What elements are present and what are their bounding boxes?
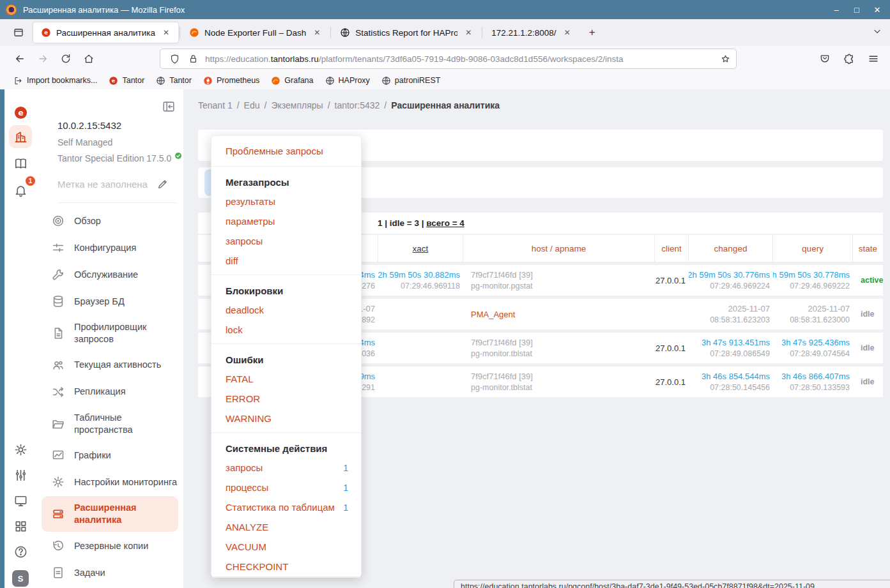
firefox-window: Расширенная аналитика — Mozilla Firefox … (0, 0, 890, 588)
extensions-icon[interactable] (841, 49, 857, 68)
menu-item[interactable]: FATAL (211, 369, 361, 389)
menu-item[interactable]: запросы (211, 231, 361, 251)
column-header-xact[interactable]: xact (378, 235, 463, 262)
rail-item-apps[interactable] (9, 515, 32, 538)
cell-changed: 2025-11-0708:58:31.623203 (689, 299, 773, 329)
bookmark-item[interactable]: Prometheus (199, 74, 264, 87)
column-header-query[interactable]: query (773, 235, 853, 262)
sidebar-item[interactable]: Профилировщик запросов (36, 315, 183, 351)
sidebar-item[interactable]: Обзор (36, 208, 183, 234)
bookmark-item[interactable]: Tantor (151, 74, 196, 87)
rail-item-instances[interactable] (9, 125, 32, 148)
list-all-tabs-button[interactable] (872, 26, 882, 39)
browser-tab[interactable]: eРасширенная аналитика✕ (33, 22, 178, 43)
bookmark-star-icon[interactable] (720, 54, 731, 64)
sidebar-item[interactable]: Расширенная аналитика (42, 496, 178, 532)
rail-item-tantor-home[interactable]: e (9, 101, 32, 124)
column-header-client[interactable]: client (655, 235, 689, 262)
bookmark-item[interactable]: Grafana (266, 74, 318, 87)
bookmark-item[interactable]: Import bookmarks... (9, 74, 102, 87)
menu-item[interactable]: параметры (211, 211, 361, 231)
menu-item[interactable]: deadlock (211, 300, 361, 320)
rail-item-workstation[interactable] (9, 489, 32, 512)
menu-item-label: FATAL (226, 373, 254, 384)
menu-item-label: ERROR (226, 393, 260, 404)
menu-item[interactable]: CHECKPOINT (211, 557, 361, 577)
cell-state: idle (853, 299, 883, 329)
column-header-changed[interactable]: changed (689, 235, 773, 262)
lock-icon[interactable] (188, 54, 199, 64)
url-bar[interactable]: https://education.tantorlabs.ru/platform… (160, 49, 737, 69)
sidebar-item-label: Табличные пространства (74, 412, 178, 436)
sidebar-collapse-button[interactable] (162, 100, 176, 114)
bookmark-item[interactable]: HAProxy (321, 74, 374, 87)
browser-tab[interactable]: 172.21.1.2:8008/✕ (484, 22, 579, 43)
maximize-button[interactable]: □ (849, 3, 864, 17)
forward-button[interactable] (33, 49, 52, 68)
pocket-icon[interactable] (817, 49, 832, 68)
back-button[interactable] (10, 49, 29, 68)
menu-item[interactable]: lock (211, 320, 361, 340)
sidebar-item[interactable]: Репликация (36, 379, 183, 405)
rail-item-settings[interactable] (9, 438, 32, 461)
sidebar-item[interactable]: Обслуживание (36, 262, 183, 287)
rail-item-preferences[interactable] (9, 464, 32, 486)
sidebar-item[interactable]: Резервные копии (36, 533, 183, 559)
menu-item[interactable]: Статистика по таблицам1 (211, 497, 361, 517)
sidebar-item[interactable]: Браузер БД (36, 289, 183, 314)
column-header-host[interactable]: host / apname (463, 235, 655, 262)
menu-item[interactable]: VACUUM (211, 537, 361, 557)
rail-item-account[interactable]: S (9, 567, 32, 588)
tab-close-icon[interactable]: ✕ (463, 27, 474, 38)
edit-pencil-icon[interactable] (157, 178, 169, 190)
tab-close-icon[interactable]: ✕ (311, 27, 323, 38)
minimize-button[interactable]: – (829, 3, 844, 17)
menu-item[interactable]: Проблемные запросы (211, 141, 361, 161)
svg-text:e: e (18, 108, 23, 117)
menu-item[interactable]: запросы1 (211, 458, 361, 478)
breadcrumb-link[interactable]: Экземпляры (271, 100, 323, 110)
column-header-state[interactable]: state (853, 235, 883, 262)
sidebar-item[interactable]: Графики (36, 442, 183, 468)
cell-host: PMA_Agent (463, 299, 655, 329)
summary-total-link[interactable]: всего = 4 (426, 218, 464, 228)
query-profiler-icon (51, 326, 65, 340)
menu-item[interactable]: процессы1 (211, 478, 361, 497)
reload-button[interactable] (56, 49, 75, 68)
menu-item[interactable]: diff (211, 251, 361, 271)
sidebar-item[interactable]: Табличные пространства (36, 406, 183, 442)
menu-item-count: 1 (343, 502, 348, 513)
bookmark-item[interactable]: eTantor (104, 74, 149, 87)
new-tab-button[interactable]: + (583, 24, 601, 41)
bookmarks-bar: Import bookmarks...eTantorTantorPromethe… (0, 72, 890, 90)
breadcrumb-link[interactable]: tantor:5432 (335, 100, 380, 110)
cell-state: idle (853, 366, 883, 397)
menu-hamburger-icon[interactable] (866, 49, 881, 68)
menu-item[interactable]: PG config1 (211, 577, 361, 578)
browser-tab[interactable]: Statistics Report for HAPro✕ (332, 22, 480, 43)
breadcrumb-link[interactable]: Edu (244, 100, 260, 110)
sidebar-item[interactable]: Задачи (36, 560, 183, 585)
home-button[interactable] (79, 49, 98, 68)
menu-item[interactable]: результаты (211, 192, 361, 211)
sidebar-item[interactable]: Текущая активность (36, 352, 183, 378)
shield-icon[interactable] (169, 54, 180, 64)
menu-item[interactable]: ERROR (211, 389, 361, 409)
rail-item-docs[interactable] (9, 152, 32, 175)
sidebar-item[interactable]: Конфигурация (36, 235, 183, 260)
close-button[interactable]: ✕ (870, 3, 885, 17)
menu-item[interactable]: WARNING (211, 409, 361, 428)
rail-item-help[interactable] (9, 540, 32, 563)
notification-badge: 1 (26, 176, 35, 186)
tab-close-icon[interactable]: ✕ (160, 27, 172, 38)
breadcrumb-link[interactable]: Tenant 1 (198, 100, 233, 110)
sidebar-item[interactable]: Настройки мониторинга (36, 469, 183, 495)
rail-item-notifications[interactable]: 1 (9, 179, 32, 202)
breadcrumb-separator: / (237, 100, 240, 110)
firefox-view-button[interactable] (9, 23, 28, 42)
menu-item[interactable]: ANALYZE (211, 517, 361, 537)
instance-edition: Tantor Special Edition 17.5.0 (58, 153, 182, 163)
bookmark-item[interactable]: patroniREST (377, 74, 445, 87)
tab-close-icon[interactable]: ✕ (562, 27, 573, 38)
browser-tab[interactable]: Node Exporter Full – Dash✕ (181, 22, 329, 43)
